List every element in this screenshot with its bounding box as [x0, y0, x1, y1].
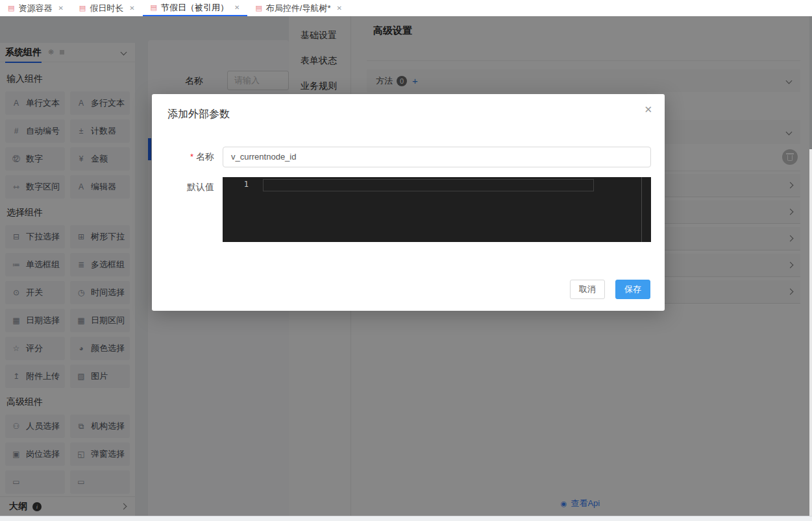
save-button[interactable]: 保存	[615, 280, 650, 299]
close-icon[interactable]: ✕	[129, 5, 134, 12]
default-value-code-editor[interactable]: 1	[223, 177, 651, 242]
dialog-title: 添加外部参数	[167, 108, 230, 121]
close-icon[interactable]: ✕	[58, 5, 63, 12]
tab-resource-container[interactable]: ▤ 资源容器 ✕	[0, 0, 71, 16]
parameter-name-input[interactable]: v_currentnode_id	[223, 147, 651, 167]
add-external-parameter-dialog: 添加外部参数 ✕ *名称 v_currentnode_id 默认值 1 取消 保…	[152, 94, 665, 311]
default-value-label: 默认值	[165, 182, 214, 193]
tab-label: 布局控件/导航树*	[266, 3, 331, 14]
name-field-label: *名称	[165, 151, 214, 163]
app-window: ▤ 资源容器 ✕ ▤ 假日时长 ✕ ▤ 节假日（被引用） ✕ ▤ 布局控件/导航…	[0, 0, 812, 521]
close-icon[interactable]: ✕	[644, 104, 652, 115]
document-icon: ▤	[151, 3, 157, 12]
tab-label: 资源容器	[18, 3, 52, 14]
editor-scrollbar-divider	[641, 177, 642, 242]
required-mark: *	[190, 152, 193, 162]
close-icon[interactable]: ✕	[234, 4, 240, 11]
vertical-scrollbar[interactable]	[809, 149, 812, 516]
tab-label: 节假日（被引用）	[161, 2, 228, 14]
cancel-button[interactable]: 取消	[570, 280, 605, 299]
tab-holiday-referenced[interactable]: ▤ 节假日（被引用） ✕	[143, 0, 248, 16]
tab-label: 假日时长	[90, 3, 123, 14]
line-number: 1	[223, 180, 249, 189]
tab-layout-navtree[interactable]: ▤ 布局控件/导航树* ✕	[247, 0, 349, 16]
bottom-bar	[0, 516, 812, 521]
document-icon: ▤	[255, 4, 262, 12]
close-icon[interactable]: ✕	[336, 5, 341, 12]
tab-holiday-duration[interactable]: ▤ 假日时长 ✕	[71, 0, 143, 16]
document-icon: ▤	[79, 4, 86, 12]
tab-bar: ▤ 资源容器 ✕ ▤ 假日时长 ✕ ▤ 节假日（被引用） ✕ ▤ 布局控件/导航…	[0, 0, 812, 16]
current-line-highlight	[263, 179, 594, 191]
name-label-text: 名称	[196, 151, 214, 162]
document-icon: ▤	[8, 4, 14, 12]
